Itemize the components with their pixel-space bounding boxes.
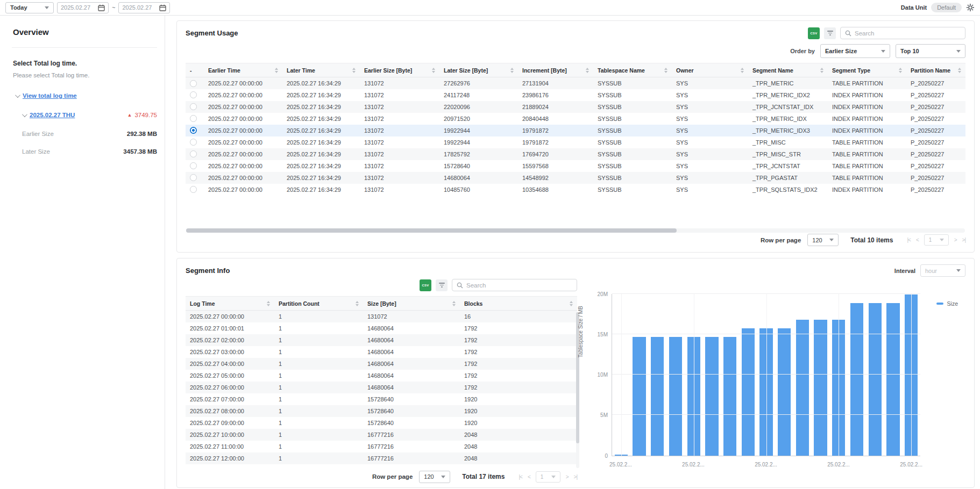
top-n-select[interactable]: Top 10: [896, 44, 965, 58]
table-row[interactable]: 2025.02.27 12:00:001167772162048: [186, 452, 577, 464]
table-row[interactable]: 2025.02.27 11:00:001167772162048: [186, 441, 577, 452]
row-radio[interactable]: [190, 150, 197, 157]
column-header[interactable]: Partition Count: [274, 297, 363, 311]
table-row[interactable]: 2025.02.27 00:00:002025.02.27 16:34:2913…: [186, 148, 965, 160]
column-header[interactable]: Segment Type: [828, 63, 906, 77]
table-row[interactable]: 2025.02.27 01:00:011146800641792: [186, 322, 577, 334]
first-page-button[interactable]: |<: [907, 237, 910, 243]
table-row[interactable]: 2025.02.27 00:00:002025.02.27 16:34:2913…: [186, 77, 965, 89]
table-row[interactable]: 2025.02.27 00:00:002025.02.27 16:34:2913…: [186, 160, 965, 172]
column-header[interactable]: Log Time: [186, 297, 274, 311]
date-to-input[interactable]: [122, 4, 158, 11]
column-header[interactable]: Earlier Time: [204, 63, 282, 77]
date-range-select[interactable]: Today: [5, 2, 54, 13]
table-row[interactable]: 2025.02.27 09:00:001157286401920: [186, 417, 577, 429]
column-header[interactable]: -: [186, 63, 204, 77]
date-from-input[interactable]: [61, 4, 96, 11]
search-input[interactable]: [855, 30, 961, 37]
row-radio[interactable]: [190, 103, 197, 110]
row-radio[interactable]: [190, 139, 197, 146]
table-row[interactable]: 2025.02.27 00:00:002025.02.27 16:34:2913…: [186, 125, 965, 136]
bar[interactable]: [886, 303, 899, 456]
order-by-select[interactable]: Earlier Size: [820, 44, 890, 58]
row-radio[interactable]: [190, 162, 197, 169]
search-input[interactable]: [466, 282, 572, 289]
column-header[interactable]: Later Time: [282, 63, 360, 77]
chevron-down-icon[interactable]: [22, 112, 27, 117]
next-page-button[interactable]: >: [954, 237, 957, 243]
prev-page-button[interactable]: <: [916, 237, 919, 243]
csv-export-icon[interactable]: CSV: [420, 279, 431, 291]
date-to-field[interactable]: [118, 2, 170, 13]
page-select[interactable]: 1: [536, 471, 560, 483]
bar[interactable]: [814, 320, 827, 455]
calendar-icon[interactable]: [98, 4, 105, 11]
column-header[interactable]: Owner: [672, 63, 748, 77]
table-row[interactable]: 2025.02.27 00:00:002025.02.27 16:34:2913…: [186, 89, 965, 101]
calendar-icon[interactable]: [159, 4, 166, 11]
row-radio[interactable]: [190, 186, 197, 193]
row-per-page-select[interactable]: 120: [419, 471, 450, 483]
bar[interactable]: [705, 337, 718, 456]
csv-export-icon[interactable]: CSV: [808, 27, 820, 39]
interval-select[interactable]: hour: [920, 264, 965, 277]
row-radio[interactable]: [190, 127, 197, 134]
chevron-down-icon[interactable]: [15, 92, 20, 98]
segment-info-search[interactable]: [452, 279, 577, 291]
bar[interactable]: [869, 303, 882, 456]
table-row[interactable]: 2025.02.27 00:00:002025.02.27 16:34:2913…: [186, 101, 965, 113]
bar[interactable]: [796, 320, 809, 455]
column-header[interactable]: Earlier Size [Byte]: [360, 63, 439, 77]
table-row[interactable]: 2025.02.27 00:00:002025.02.27 16:34:2913…: [186, 136, 965, 148]
table-row[interactable]: 2025.02.27 04:00:001146800641792: [186, 358, 577, 370]
column-header[interactable]: Blocks: [460, 297, 577, 311]
first-page-button[interactable]: |<: [519, 474, 522, 480]
table-row[interactable]: 2025.02.27 05:00:001146800641792: [186, 370, 577, 382]
bar[interactable]: [742, 328, 755, 455]
filter-icon[interactable]: [824, 27, 836, 39]
table-cell: 2025.02.27 00:00:00: [204, 89, 282, 101]
column-header[interactable]: Segment Name: [748, 63, 828, 77]
table-row[interactable]: 2025.02.27 00:00:00113107216: [186, 311, 577, 322]
table-row[interactable]: 2025.02.27 02:00:001146800641792: [186, 334, 577, 346]
segment-usage-search[interactable]: [840, 27, 965, 39]
table-row[interactable]: 2025.02.27 00:00:002025.02.27 16:34:2913…: [186, 113, 965, 125]
view-total-log-time-link[interactable]: View total log time: [23, 92, 77, 99]
bar[interactable]: [633, 337, 645, 456]
row-radio[interactable]: [190, 115, 197, 122]
bar[interactable]: [850, 303, 863, 456]
last-page-button[interactable]: >|: [962, 237, 965, 243]
table-row[interactable]: 2025.02.27 03:00:001146800641792: [186, 346, 577, 358]
prev-page-button[interactable]: <: [528, 474, 530, 480]
table-row[interactable]: 2025.02.27 06:00:001146800641792: [186, 382, 577, 393]
next-page-button[interactable]: >: [566, 474, 569, 480]
chart-legend[interactable]: Size: [936, 300, 958, 307]
row-radio[interactable]: [190, 174, 197, 181]
table-cell: 131072: [360, 148, 439, 160]
filter-icon[interactable]: [436, 279, 448, 291]
bar[interactable]: [669, 337, 682, 456]
table-row[interactable]: 2025.02.27 07:00:001157286401920: [186, 393, 577, 405]
gear-icon[interactable]: [966, 3, 975, 12]
date-from-field[interactable]: [57, 2, 109, 13]
column-header[interactable]: Partition Name: [906, 63, 965, 77]
scrollbar-thumb[interactable]: [186, 228, 677, 233]
data-unit-button[interactable]: Default: [931, 3, 962, 12]
table-row[interactable]: 2025.02.27 00:00:002025.02.27 16:34:2913…: [186, 172, 965, 184]
table-row[interactable]: 2025.02.27 00:00:002025.02.27 16:34:2913…: [186, 184, 965, 196]
table-row[interactable]: 2025.02.27 08:00:001157286401920: [186, 405, 577, 417]
page-select[interactable]: 1: [924, 234, 949, 246]
column-header[interactable]: Increment [Byte]: [518, 63, 593, 77]
row-radio[interactable]: [190, 91, 197, 98]
bar[interactable]: [723, 337, 736, 456]
column-header[interactable]: Size [Byte]: [363, 297, 460, 311]
column-header[interactable]: Tablespace Name: [593, 63, 672, 77]
bar[interactable]: [778, 328, 791, 455]
table-row[interactable]: 2025.02.27 10:00:001167772162048: [186, 429, 577, 441]
log-day-link[interactable]: 2025.02.27 THU: [30, 112, 75, 118]
column-header[interactable]: Later Size [Byte]: [439, 63, 518, 77]
horizontal-scrollbar[interactable]: [186, 228, 965, 233]
bar[interactable]: [651, 337, 664, 456]
row-per-page-select[interactable]: 120: [807, 234, 839, 246]
row-radio[interactable]: [190, 80, 197, 87]
